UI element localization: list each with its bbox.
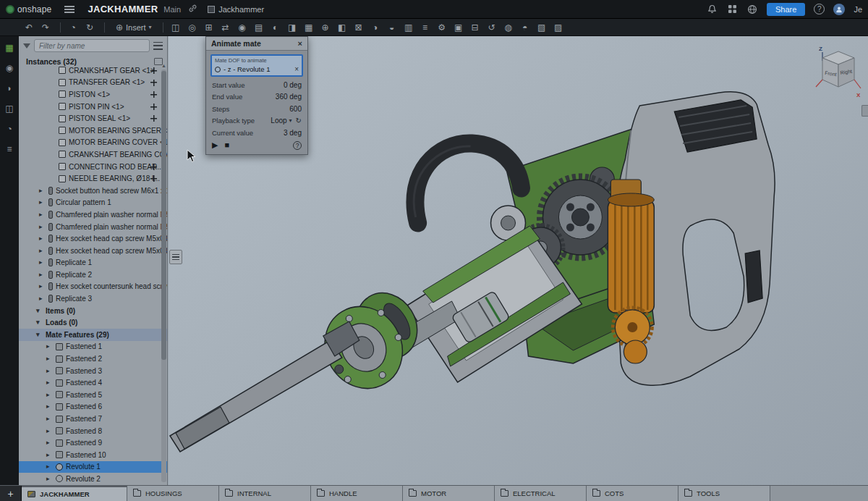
tree-row[interactable]: Fastened 4	[19, 376, 167, 389]
tree-row[interactable]: CRANKSHAFT BEARING COVER <1>	[19, 148, 167, 161]
scroll-up-arrow[interactable]: ▲	[161, 62, 167, 69]
tree-row[interactable]: Fastened 6	[19, 401, 167, 413]
chevron-down-icon[interactable]: ▾	[289, 117, 292, 124]
tree-row[interactable]: Chamfered plain washer normal M5 <2>	[19, 221, 167, 233]
tree-row[interactable]: NEEDLE BEARING, Ø18 I...	[19, 172, 167, 185]
tree-row[interactable]: Fastened 1	[19, 341, 167, 353]
circular-pattern-icon[interactable]: ◐	[268, 21, 283, 34]
field-value[interactable]: 3 deg	[284, 129, 302, 137]
chevron-icon[interactable]	[46, 452, 53, 458]
tree-row[interactable]: Mate Features (29)	[19, 329, 167, 341]
tree-row[interactable]: Circular pattern 1	[19, 197, 167, 209]
stop-button[interactable]: ■	[224, 141, 229, 149]
explode-icon[interactable]: ⊕	[318, 21, 333, 34]
comments-panel-icon[interactable]: ◗	[4, 83, 15, 94]
tab-jackhammer[interactable]: JACKHAMMER	[22, 486, 127, 501]
tree-row[interactable]: Hex socket head cap screw M5x0.80 x ...	[19, 245, 167, 257]
user-avatar[interactable]	[833, 4, 845, 15]
chevron-icon[interactable]	[46, 343, 53, 350]
tree-row[interactable]: Replicate 3	[19, 292, 167, 305]
weldment-icon[interactable]: ⊟	[468, 21, 482, 34]
custom-table-icon[interactable]: ▧	[535, 21, 549, 34]
version-label[interactable]: Main	[163, 5, 181, 14]
field-value[interactable]: 360 deg	[276, 93, 302, 101]
relation-icon[interactable]: ⇄	[218, 21, 233, 34]
scrollbar-thumb[interactable]	[161, 71, 166, 360]
bom-panel-icon[interactable]: ≡	[4, 143, 15, 155]
tree-row[interactable]: Items (0)	[19, 305, 167, 317]
tree-row[interactable]: MOTOR BEARING SPACER <1>	[19, 125, 167, 137]
field-value[interactable]: Loop	[271, 117, 286, 125]
chevron-icon[interactable]	[39, 199, 46, 206]
tree-row[interactable]: Loads (0)	[19, 316, 167, 329]
field-value[interactable]: 0 deg	[284, 81, 302, 89]
model-chisel[interactable]	[170, 321, 359, 452]
versions-panel-icon[interactable]: ◔	[4, 123, 15, 135]
instances-panel-icon[interactable]: ▦	[4, 42, 15, 54]
tree-row[interactable]: Socket button head screw M6x1 x 14 <1>	[19, 185, 167, 197]
share-link-icon[interactable]	[188, 4, 197, 14]
named-views-icon[interactable]: ⊠	[352, 21, 366, 34]
chevron-icon[interactable]	[39, 295, 46, 302]
tree-row[interactable]: PISTON PIN <1>	[19, 101, 167, 113]
chevron-icon[interactable]	[39, 271, 46, 278]
tree-row[interactable]: TRANSFER GEAR <1>	[19, 77, 167, 89]
chevron-icon[interactable]	[39, 248, 46, 254]
tree-row[interactable]: PISTON SEAL <1>	[19, 112, 167, 125]
rollback-icon[interactable]: ◔	[66, 21, 80, 34]
mass-properties-icon[interactable]: ⚙	[435, 21, 449, 34]
onshape-logo[interactable]: onshape	[0, 4, 57, 14]
chevron-icon[interactable]	[46, 368, 53, 374]
sidebar-scrollbar[interactable]	[161, 70, 166, 482]
snapshot-icon[interactable]: ◉	[235, 21, 250, 34]
mates-panel-icon[interactable]: ◉	[4, 62, 15, 74]
redo-icon[interactable]: ↷	[38, 21, 53, 34]
help-button[interactable]: ?	[814, 4, 825, 14]
play-button[interactable]: ▶	[212, 141, 218, 149]
notifications-bell-icon[interactable]	[706, 4, 718, 15]
tab-tools[interactable]: TOOLS	[678, 486, 770, 501]
tree-row[interactable]: Fastened 5	[19, 389, 167, 401]
instances-flyout-button[interactable]	[169, 250, 182, 264]
view-cube[interactable]: Z Front Right X	[813, 42, 864, 103]
share-button[interactable]: Share	[767, 3, 805, 16]
chevron-icon[interactable]	[36, 308, 43, 314]
simulation-icon[interactable]: ◍	[501, 21, 516, 34]
tree-row[interactable]: Chamfered plain washer normal M5 <1>	[19, 209, 167, 221]
chevron-icon[interactable]	[39, 211, 46, 218]
chevron-icon[interactable]	[39, 283, 46, 290]
tree-row[interactable]: Fastened 10	[19, 449, 167, 461]
document-breadcrumb-tab[interactable]: Jackhammer	[208, 5, 264, 14]
chevron-icon[interactable]	[39, 259, 46, 266]
insert-button[interactable]: ⊕ Insert ▾	[110, 21, 158, 34]
field-value[interactable]: 600	[289, 105, 302, 113]
right-panel-handle[interactable]	[861, 105, 868, 117]
chevron-icon[interactable]	[46, 476, 53, 482]
tree-row[interactable]: Revolute 1	[19, 461, 167, 473]
add-tab-button[interactable]: +	[0, 486, 22, 501]
app-store-grid-icon[interactable]	[726, 4, 738, 15]
animate-icon[interactable]: ↺	[485, 21, 499, 34]
chevron-icon[interactable]	[46, 379, 53, 386]
tree-row[interactable]: Replicate 2	[19, 269, 167, 281]
chevron-icon[interactable]	[36, 332, 43, 338]
tree-row[interactable]: Fastened 7	[19, 413, 167, 425]
display-states-icon[interactable]: ◒	[385, 21, 399, 34]
undo-icon[interactable]: ↶	[22, 21, 36, 34]
tree-row[interactable]: Revolute 2	[19, 473, 167, 485]
mate-dof-field[interactable]: Mate DOF to animate - z - Revolute 1 ×	[210, 54, 303, 77]
tree-row[interactable]: Replicate 1	[19, 257, 167, 269]
mirror-icon[interactable]: ◨	[285, 21, 299, 34]
remove-chip-icon[interactable]: ×	[294, 66, 299, 73]
tree-row[interactable]: Fastened 8	[19, 425, 167, 437]
tab-housings[interactable]: HOUSINGS	[127, 486, 219, 501]
bom-icon[interactable]: ▥	[401, 21, 416, 34]
dialog-title-bar[interactable]: Animate mate ×	[206, 37, 307, 51]
chevron-icon[interactable]	[46, 355, 53, 362]
tab-internal[interactable]: INTERNAL	[219, 486, 311, 501]
chevron-icon[interactable]	[46, 463, 53, 470]
configurations-icon[interactable]: ◓	[518, 21, 532, 34]
mate-dof-chip[interactable]: - z - Revolute 1 ×	[215, 65, 299, 73]
measure-icon[interactable]: ≡	[418, 21, 433, 34]
tree-row[interactable]: Fastened 3	[19, 365, 167, 377]
